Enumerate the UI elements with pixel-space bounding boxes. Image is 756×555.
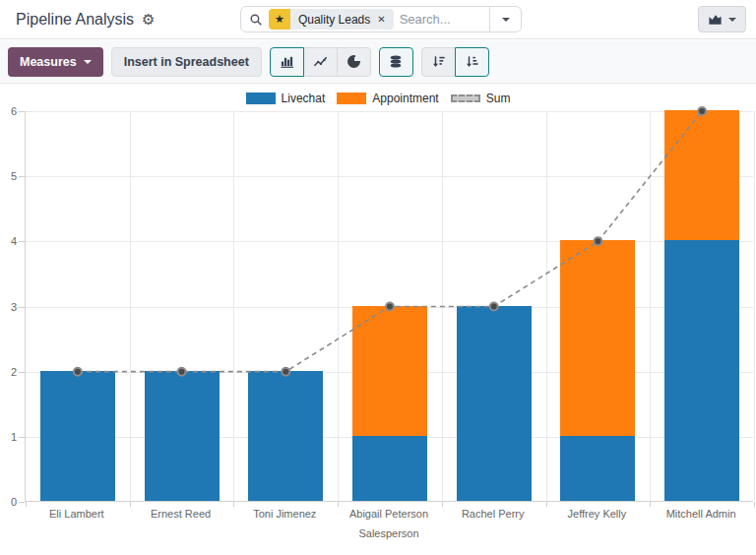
sum-point <box>594 237 601 245</box>
search-icon <box>249 13 263 27</box>
sum-point <box>490 303 498 311</box>
chart-area: LivechatAppointmentSum 0123456 Eli Lambe… <box>0 84 756 555</box>
y-tick-mark <box>19 372 25 373</box>
sum-line <box>26 111 754 502</box>
chart-legend: LivechatAppointmentSum <box>0 92 756 105</box>
x-tick-mark <box>754 502 755 507</box>
search-input[interactable] <box>394 12 489 27</box>
sort-ascending-button[interactable] <box>455 47 489 77</box>
chart-type-group <box>270 47 371 77</box>
sort-amount-asc-icon <box>465 54 479 69</box>
legend-item-livechat[interactable]: Livechat <box>246 92 326 105</box>
x-tick-label: Jeffrey Kelly <box>545 508 650 520</box>
insert-in-spreadsheet-button[interactable]: Insert in Spreadsheet <box>111 47 262 77</box>
sort-descending-button[interactable] <box>421 47 456 77</box>
chevron-down-icon <box>502 18 510 22</box>
measures-label: Measures <box>20 55 77 69</box>
search-dropdown-toggle[interactable] <box>489 7 521 31</box>
y-tick-label: 0 <box>11 496 17 508</box>
y-tick-mark <box>19 241 25 242</box>
x-tick-mark <box>650 502 651 507</box>
sort-amount-desc-icon <box>431 54 446 69</box>
legend-swatch <box>451 94 480 102</box>
legend-label: Appointment <box>372 92 438 105</box>
line-chart-icon <box>313 54 328 69</box>
page-title: Pipeline Analysis <box>16 11 134 29</box>
bar-chart-button[interactable] <box>270 47 304 77</box>
bar-chart-icon <box>280 54 294 69</box>
pie-chart-icon <box>347 55 360 68</box>
sort-group <box>421 47 489 77</box>
y-tick-mark <box>19 111 25 112</box>
top-bar: Pipeline Analysis ⚙ ★ Quality Leads ✕ <box>0 0 756 39</box>
pipeline-analysis-page: Pipeline Analysis ⚙ ★ Quality Leads ✕ <box>0 0 756 555</box>
control-panel: Measures Insert in Spreadsheet <box>0 40 756 84</box>
stacked-button[interactable] <box>379 47 413 77</box>
gridline <box>754 111 755 501</box>
database-stacked-icon <box>389 54 403 69</box>
y-tick-label: 6 <box>11 105 17 117</box>
x-tick-mark <box>338 502 339 507</box>
sum-point <box>386 303 394 311</box>
x-axis-labels: Eli LambertErnest ReedToni JimenezAbigai… <box>25 508 753 522</box>
x-tick-label: Ernest Reed <box>129 508 233 520</box>
y-tick-label: 4 <box>11 235 17 247</box>
search-bar[interactable]: ★ Quality Leads ✕ <box>240 6 522 32</box>
sum-point <box>74 368 82 376</box>
y-tick-mark <box>19 307 25 308</box>
settings-gear-icon[interactable]: ⚙ <box>142 12 155 27</box>
x-tick-mark <box>546 502 547 507</box>
chevron-down-icon <box>84 60 92 64</box>
pie-chart-button[interactable] <box>337 47 371 77</box>
x-tick-label: Eli Lambert <box>25 508 129 520</box>
line-chart-button[interactable] <box>303 47 338 77</box>
view-switcher-button[interactable] <box>698 6 746 32</box>
legend-label: Sum <box>486 92 511 105</box>
sum-point <box>698 107 706 115</box>
x-tick-mark <box>442 502 443 507</box>
chevron-down-icon <box>728 18 736 22</box>
x-tick-label: Mitchell Admin <box>649 508 753 520</box>
x-axis-title: Salesperson <box>25 527 753 539</box>
legend-swatch <box>337 92 366 104</box>
facet-remove-icon[interactable]: ✕ <box>377 14 385 25</box>
y-axis-labels: 0123456 <box>0 111 19 502</box>
y-tick-label: 2 <box>11 366 17 378</box>
legend-swatch <box>246 92 276 104</box>
x-tick-label: Abigail Peterson <box>337 508 441 520</box>
plot-area <box>25 111 753 502</box>
y-tick-label: 3 <box>11 301 17 313</box>
legend-item-appointment[interactable]: Appointment <box>337 92 438 105</box>
x-tick-label: Rachel Perry <box>441 508 545 520</box>
legend-item-sum[interactable]: Sum <box>451 92 511 105</box>
sum-point <box>178 368 186 376</box>
favorite-star-icon: ★ <box>269 9 290 30</box>
y-tick-mark <box>19 502 25 503</box>
x-tick-mark <box>130 502 131 507</box>
y-tick-mark <box>19 437 25 438</box>
x-tick-mark <box>233 502 234 507</box>
y-tick-label: 1 <box>11 431 17 443</box>
legend-label: Livechat <box>282 92 326 105</box>
facet-label: Quality Leads <box>298 13 370 27</box>
measures-button[interactable]: Measures <box>8 47 103 77</box>
sum-point <box>282 368 289 376</box>
x-tick-mark <box>26 502 27 507</box>
filter-facet[interactable]: ★ Quality Leads ✕ <box>269 9 394 30</box>
area-chart-icon <box>708 12 723 27</box>
y-tick-label: 5 <box>11 170 17 182</box>
x-tick-label: Toni Jimenez <box>232 508 337 520</box>
y-tick-mark <box>19 176 25 177</box>
